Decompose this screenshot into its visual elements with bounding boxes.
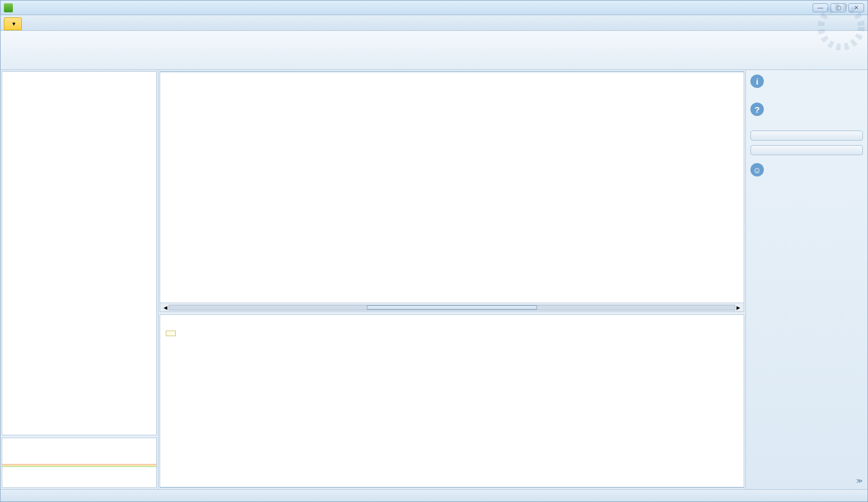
chart-tabs[interactable] — [160, 487, 744, 487]
mini-chart — [2, 438, 157, 488]
help-sidebar: i ? ☺ ≫ — [745, 70, 867, 489]
grid-hscrollbar[interactable]: ◄ ► — [160, 303, 744, 312]
ribbon — [1, 31, 867, 70]
file-menu-button[interactable]: ▾ — [4, 17, 22, 30]
chart-legend — [166, 331, 176, 336]
ask-question-button[interactable] — [750, 131, 863, 141]
chart-panel — [160, 314, 744, 488]
discuss-forum-button[interactable] — [750, 145, 863, 155]
chevron-down-icon: ▾ — [12, 20, 16, 27]
menubar: ▾ — [1, 15, 867, 31]
share-icon: ☺ — [750, 163, 764, 176]
statusbar — [1, 489, 867, 501]
app-icon — [4, 3, 13, 12]
titlebar: — ▢ ✕ — [1, 1, 867, 15]
collapse-help-icon[interactable]: ≫ — [750, 477, 863, 485]
scroll-thumb[interactable] — [367, 305, 536, 310]
chart-title — [160, 315, 744, 319]
host-tree[interactable] — [2, 71, 157, 435]
scroll-left-icon[interactable]: ◄ — [162, 304, 169, 311]
scroll-right-icon[interactable]: ► — [735, 304, 741, 311]
checks-grid[interactable]: ◄ ► — [160, 71, 744, 312]
question-icon: ? — [750, 103, 764, 116]
grid-body[interactable] — [160, 72, 744, 303]
info-icon: i — [750, 75, 764, 88]
